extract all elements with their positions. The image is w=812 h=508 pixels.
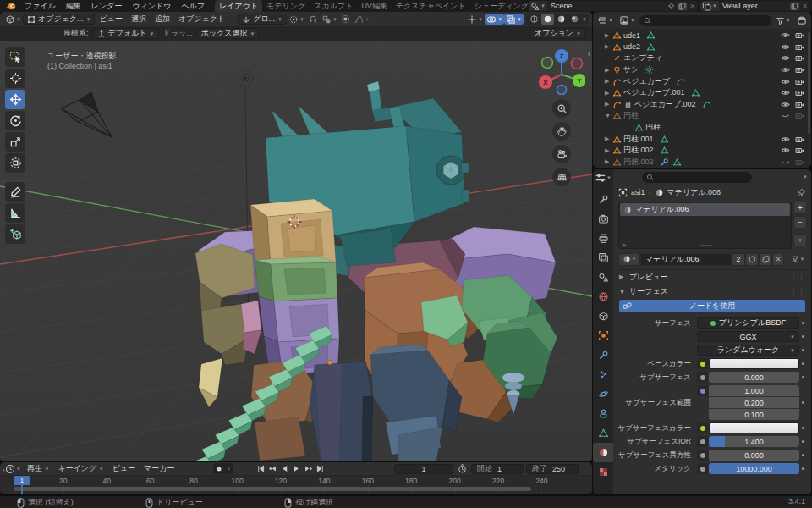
users-count-button[interactable]: 2 xyxy=(732,253,745,266)
topbar-menu[interactable]: ウィンドウ xyxy=(127,2,176,10)
tool-move-button[interactable] xyxy=(5,90,25,109)
shading-solid-button[interactable] xyxy=(541,14,554,25)
camera-visibility-button[interactable] xyxy=(795,77,804,86)
animate-dot[interactable] xyxy=(799,440,807,443)
socket-dot[interactable] xyxy=(697,436,708,447)
unlink-scene-icon[interactable]: ✕ xyxy=(689,3,695,10)
value-slider[interactable]: 0.000 xyxy=(709,450,799,461)
hide-eye-button[interactable] xyxy=(781,53,790,63)
properties-tab-collection[interactable] xyxy=(593,306,613,326)
show-gizmo-dropdown[interactable]: ▼ xyxy=(465,14,485,25)
outliner-row[interactable]: ▶円柱.001 xyxy=(593,133,811,145)
hide-eye-button[interactable] xyxy=(781,77,790,86)
outliner-item-name[interactable]: 円柱.002 xyxy=(622,145,656,156)
viewport-menu[interactable]: 選択 xyxy=(127,12,151,26)
value-slider[interactable]: 10000.000 xyxy=(709,463,799,474)
camera-visibility-button[interactable] xyxy=(795,65,804,75)
outliner-row[interactable]: エンプティ xyxy=(593,52,811,64)
properties-tab-world[interactable] xyxy=(593,287,613,306)
workspace-tab[interactable]: スカルプト xyxy=(310,0,357,12)
outliner-item-name[interactable]: サン xyxy=(622,64,641,75)
breadcrumb-material[interactable]: マテリアル.006 xyxy=(667,187,721,198)
ruler-expand-icon[interactable]: › xyxy=(3,467,5,474)
outliner-row[interactable]: ▶ベジエカーブ xyxy=(593,75,811,87)
properties-options-chevron[interactable]: ▼ xyxy=(803,174,808,179)
outliner-item-name[interactable]: エンプティ xyxy=(622,52,665,64)
viewport-menu[interactable]: ビュー xyxy=(95,12,126,26)
tool-measure-button[interactable] xyxy=(5,203,25,223)
surface-shader-field[interactable]: プリンシプルBSDF xyxy=(697,318,799,329)
properties-tab-scene[interactable] xyxy=(593,268,613,287)
camera-visibility-button[interactable] xyxy=(795,111,804,120)
add-slot-button[interactable]: + xyxy=(793,202,807,214)
properties-tab-physics[interactable] xyxy=(593,384,613,404)
remove-slot-button[interactable]: − xyxy=(793,216,807,229)
value-slider[interactable]: 0.000 xyxy=(709,372,799,383)
material-link-dropdown[interactable]: ▼ xyxy=(787,253,808,266)
outliner-row[interactable]: ▶円錐.002 xyxy=(593,157,811,168)
current-frame-line[interactable] xyxy=(21,485,23,494)
properties-tab-material[interactable] xyxy=(593,443,613,462)
animate-dot[interactable] xyxy=(799,427,807,429)
workspace-tab[interactable]: テクスチャペイント xyxy=(392,0,470,12)
coord-system-dropdown[interactable]: デフォルト▼ xyxy=(93,28,159,39)
value-slider[interactable]: 1.400 xyxy=(709,436,799,447)
expand-arrow-icon[interactable]: ▶ xyxy=(605,90,612,97)
hide-eye-button[interactable] xyxy=(781,30,790,40)
outliner-row[interactable]: ▶ude1 xyxy=(593,30,811,41)
fake-user-shield-button[interactable] xyxy=(745,253,759,266)
mode-dropdown[interactable]: オブジェク...▼ xyxy=(23,14,96,25)
hide-eye-button[interactable] xyxy=(781,65,790,75)
breadcrumb-object[interactable]: asi1 xyxy=(631,188,645,196)
expand-arrow-icon[interactable]: ▶ xyxy=(605,101,612,108)
outliner-item-name[interactable]: ベジエカーブ xyxy=(622,76,672,87)
snap-target-dropdown[interactable]: ▼ xyxy=(320,14,339,25)
camera-visibility-button[interactable] xyxy=(795,100,804,109)
socket-dot[interactable] xyxy=(697,358,708,369)
options-dropdown[interactable]: オプション▼ xyxy=(530,28,585,39)
material-name-field[interactable]: マテリアル.006 xyxy=(640,253,732,266)
value-field[interactable]: 1.000 xyxy=(709,385,799,396)
camera-visibility-button[interactable] xyxy=(795,53,804,63)
properties-tab-view-layer[interactable] xyxy=(593,248,613,268)
use-nodes-button[interactable]: ノードを使用 xyxy=(619,300,805,312)
workspace-tab[interactable]: UV編集 xyxy=(357,0,392,12)
socket-dot[interactable] xyxy=(697,463,708,474)
nav-pan-button[interactable] xyxy=(552,122,571,141)
camera-visibility-button[interactable] xyxy=(795,157,804,167)
topbar-menu[interactable]: 編集 xyxy=(61,2,86,10)
outliner-row[interactable]: ▼円柱 xyxy=(593,110,811,122)
tool-select-box-button[interactable] xyxy=(5,47,25,67)
timeline-scrollbar[interactable] xyxy=(14,487,531,491)
hide-eye-button[interactable] xyxy=(781,42,790,52)
copy-viewlayer-button[interactable] xyxy=(789,2,800,11)
outliner-item-name[interactable]: ベジエカーブ.002 xyxy=(633,99,699,110)
animate-dot[interactable] xyxy=(799,454,807,456)
editor-type-properties-icon[interactable]: ▼ xyxy=(595,172,612,184)
camera-object[interactable] xyxy=(61,92,112,137)
timeline-ruler[interactable]: › 204060801001201401601802002202401 xyxy=(0,475,592,485)
proportional-falloff-dropdown[interactable]: ▼ xyxy=(352,14,371,25)
properties-tab-data[interactable] xyxy=(593,423,613,443)
new-collection-button[interactable] xyxy=(795,15,809,26)
expand-arrow-icon[interactable]: ▶ xyxy=(605,32,612,39)
workspace-tab[interactable]: レイアウト xyxy=(215,0,262,12)
animate-dot[interactable] xyxy=(799,376,807,378)
hide-eye-button[interactable] xyxy=(781,88,790,97)
shading-rendered-button[interactable] xyxy=(568,14,581,25)
expand-arrow-icon[interactable]: ▶ xyxy=(605,158,612,165)
jump-end-button[interactable] xyxy=(315,464,326,474)
viewlayer-icon[interactable]: ▼ xyxy=(700,1,719,11)
camera-visibility-button[interactable] xyxy=(795,42,804,52)
copy-scene-button[interactable] xyxy=(677,2,688,11)
filter-dropdown[interactable]: ▼ xyxy=(774,15,793,26)
animate-dot[interactable] xyxy=(799,335,807,338)
properties-tab-output[interactable] xyxy=(593,229,613,248)
properties-search-input[interactable] xyxy=(642,172,752,183)
outliner-item-name[interactable]: ude2 xyxy=(622,42,643,51)
viewport-canvas[interactable]: ユーザー・透視投影 (1) Collection | asi1 Z X Y ‹ xyxy=(0,41,592,461)
camera-visibility-button[interactable] xyxy=(795,146,804,155)
viewport-menu[interactable]: オブジェクト xyxy=(174,12,229,26)
snap-magnet-icon[interactable] xyxy=(306,14,320,25)
outliner-search-input[interactable] xyxy=(639,15,771,26)
